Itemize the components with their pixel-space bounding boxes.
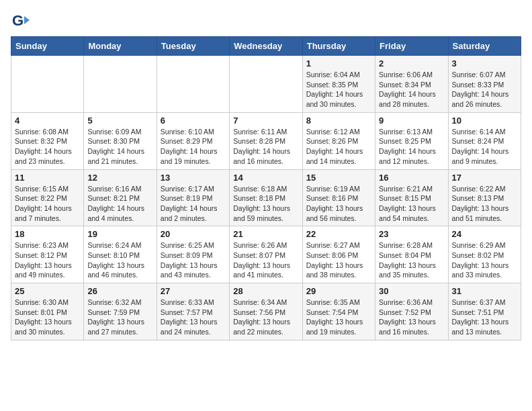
page-header: G: [11, 11, 521, 30]
day-info: Sunrise: 6:30 AM Sunset: 8:01 PM Dayligh…: [15, 298, 80, 337]
day-info: Sunrise: 6:32 AM Sunset: 7:59 PM Dayligh…: [87, 298, 152, 337]
day-info: Sunrise: 6:36 AM Sunset: 7:52 PM Dayligh…: [379, 298, 444, 337]
calendar-cell: 8Sunrise: 6:12 AM Sunset: 8:26 PM Daylig…: [302, 112, 375, 169]
day-number: 20: [161, 229, 226, 239]
weekday-header-wednesday: Wednesday: [230, 37, 302, 56]
day-number: 7: [233, 116, 298, 126]
calendar-cell: 30Sunrise: 6:36 AM Sunset: 7:52 PM Dayli…: [375, 283, 448, 340]
day-number: 11: [15, 173, 80, 183]
calendar-cell: 21Sunrise: 6:26 AM Sunset: 8:07 PM Dayli…: [230, 226, 302, 283]
day-info: Sunrise: 6:09 AM Sunset: 8:30 PM Dayligh…: [87, 127, 152, 167]
day-number: 3: [452, 58, 517, 68]
weekday-header-saturday: Saturday: [448, 37, 521, 56]
day-number: 23: [379, 229, 444, 239]
calendar-week-2: 4Sunrise: 6:08 AM Sunset: 8:32 PM Daylig…: [11, 112, 521, 169]
day-info: Sunrise: 6:12 AM Sunset: 8:26 PM Dayligh…: [306, 127, 371, 167]
calendar-week-4: 18Sunrise: 6:23 AM Sunset: 8:12 PM Dayli…: [11, 226, 521, 283]
calendar-cell: 11Sunrise: 6:15 AM Sunset: 8:22 PM Dayli…: [11, 169, 84, 226]
weekday-header-tuesday: Tuesday: [157, 37, 229, 56]
day-number: 12: [87, 173, 152, 183]
calendar-cell: 28Sunrise: 6:34 AM Sunset: 7:56 PM Dayli…: [230, 283, 302, 340]
day-info: Sunrise: 6:29 AM Sunset: 8:02 PM Dayligh…: [452, 240, 517, 280]
day-number: 26: [87, 286, 152, 296]
calendar-cell: 19Sunrise: 6:24 AM Sunset: 8:10 PM Dayli…: [84, 226, 157, 283]
weekday-header-row: SundayMondayTuesdayWednesdayThursdayFrid…: [11, 37, 521, 56]
calendar-week-5: 25Sunrise: 6:30 AM Sunset: 8:01 PM Dayli…: [11, 283, 521, 340]
svg-text:G: G: [12, 12, 24, 29]
weekday-header-friday: Friday: [375, 37, 448, 56]
calendar-cell: 3Sunrise: 6:07 AM Sunset: 8:33 PM Daylig…: [448, 56, 521, 113]
calendar-table: SundayMondayTuesdayWednesdayThursdayFrid…: [11, 36, 521, 340]
calendar-cell: 25Sunrise: 6:30 AM Sunset: 8:01 PM Dayli…: [11, 283, 84, 340]
day-info: Sunrise: 6:18 AM Sunset: 8:18 PM Dayligh…: [233, 184, 298, 224]
calendar-cell: 26Sunrise: 6:32 AM Sunset: 7:59 PM Dayli…: [84, 283, 157, 340]
day-info: Sunrise: 6:17 AM Sunset: 8:19 PM Dayligh…: [161, 184, 226, 224]
day-number: 1: [306, 58, 371, 68]
day-info: Sunrise: 6:33 AM Sunset: 7:57 PM Dayligh…: [161, 298, 226, 337]
calendar-cell: 27Sunrise: 6:33 AM Sunset: 7:57 PM Dayli…: [157, 283, 229, 340]
day-info: Sunrise: 6:23 AM Sunset: 8:12 PM Dayligh…: [15, 240, 80, 280]
day-number: 4: [15, 116, 80, 126]
day-info: Sunrise: 6:10 AM Sunset: 8:29 PM Dayligh…: [161, 127, 226, 167]
weekday-header-sunday: Sunday: [11, 37, 84, 56]
weekday-header-thursday: Thursday: [302, 37, 375, 56]
calendar-cell: 1Sunrise: 6:04 AM Sunset: 8:35 PM Daylig…: [302, 56, 375, 113]
day-info: Sunrise: 6:35 AM Sunset: 7:54 PM Dayligh…: [306, 298, 371, 337]
logo-icon: G: [11, 11, 30, 30]
day-number: 21: [233, 229, 298, 239]
day-number: 17: [452, 173, 517, 183]
day-number: 19: [87, 229, 152, 239]
day-info: Sunrise: 6:26 AM Sunset: 8:07 PM Dayligh…: [233, 240, 298, 280]
day-info: Sunrise: 6:16 AM Sunset: 8:21 PM Dayligh…: [87, 184, 152, 224]
day-info: Sunrise: 6:08 AM Sunset: 8:32 PM Dayligh…: [15, 127, 80, 167]
calendar-body: 1Sunrise: 6:04 AM Sunset: 8:35 PM Daylig…: [11, 56, 521, 340]
day-number: 30: [379, 286, 444, 296]
calendar-cell: 2Sunrise: 6:06 AM Sunset: 8:34 PM Daylig…: [375, 56, 448, 113]
day-info: Sunrise: 6:19 AM Sunset: 8:16 PM Dayligh…: [306, 184, 371, 224]
day-info: Sunrise: 6:14 AM Sunset: 8:24 PM Dayligh…: [452, 127, 517, 167]
day-number: 31: [452, 286, 517, 296]
calendar-cell: 5Sunrise: 6:09 AM Sunset: 8:30 PM Daylig…: [84, 112, 157, 169]
calendar-cell: 17Sunrise: 6:22 AM Sunset: 8:13 PM Dayli…: [448, 169, 521, 226]
day-info: Sunrise: 6:13 AM Sunset: 8:25 PM Dayligh…: [379, 127, 444, 167]
calendar-cell: 16Sunrise: 6:21 AM Sunset: 8:15 PM Dayli…: [375, 169, 448, 226]
day-number: 18: [15, 229, 80, 239]
day-info: Sunrise: 6:25 AM Sunset: 8:09 PM Dayligh…: [161, 240, 226, 280]
day-number: 16: [379, 173, 444, 183]
day-info: Sunrise: 6:07 AM Sunset: 8:33 PM Dayligh…: [452, 70, 517, 109]
day-number: 14: [233, 173, 298, 183]
calendar-cell: 23Sunrise: 6:28 AM Sunset: 8:04 PM Dayli…: [375, 226, 448, 283]
calendar-cell: 7Sunrise: 6:11 AM Sunset: 8:28 PM Daylig…: [230, 112, 302, 169]
day-info: Sunrise: 6:28 AM Sunset: 8:04 PM Dayligh…: [379, 240, 444, 280]
calendar-cell: [11, 56, 84, 113]
day-number: 28: [233, 286, 298, 296]
day-number: 29: [306, 286, 371, 296]
day-number: 13: [161, 173, 226, 183]
day-info: Sunrise: 6:06 AM Sunset: 8:34 PM Dayligh…: [379, 70, 444, 109]
calendar-cell: 15Sunrise: 6:19 AM Sunset: 8:16 PM Dayli…: [302, 169, 375, 226]
day-info: Sunrise: 6:37 AM Sunset: 7:51 PM Dayligh…: [452, 298, 517, 337]
day-number: 8: [306, 116, 371, 126]
day-number: 27: [161, 286, 226, 296]
calendar-cell: 12Sunrise: 6:16 AM Sunset: 8:21 PM Dayli…: [84, 169, 157, 226]
day-info: Sunrise: 6:24 AM Sunset: 8:10 PM Dayligh…: [87, 240, 152, 280]
calendar-cell: 18Sunrise: 6:23 AM Sunset: 8:12 PM Dayli…: [11, 226, 84, 283]
calendar-cell: [157, 56, 229, 113]
calendar-cell: 4Sunrise: 6:08 AM Sunset: 8:32 PM Daylig…: [11, 112, 84, 169]
calendar-cell: 20Sunrise: 6:25 AM Sunset: 8:09 PM Dayli…: [157, 226, 229, 283]
day-number: 24: [452, 229, 517, 239]
day-info: Sunrise: 6:27 AM Sunset: 8:06 PM Dayligh…: [306, 240, 371, 280]
calendar-cell: 22Sunrise: 6:27 AM Sunset: 8:06 PM Dayli…: [302, 226, 375, 283]
day-number: 15: [306, 173, 371, 183]
day-number: 6: [161, 116, 226, 126]
day-info: Sunrise: 6:22 AM Sunset: 8:13 PM Dayligh…: [452, 184, 517, 224]
calendar-cell: 10Sunrise: 6:14 AM Sunset: 8:24 PM Dayli…: [448, 112, 521, 169]
calendar-cell: 6Sunrise: 6:10 AM Sunset: 8:29 PM Daylig…: [157, 112, 229, 169]
calendar-cell: 31Sunrise: 6:37 AM Sunset: 7:51 PM Dayli…: [448, 283, 521, 340]
calendar-cell: 29Sunrise: 6:35 AM Sunset: 7:54 PM Dayli…: [302, 283, 375, 340]
weekday-header-monday: Monday: [84, 37, 157, 56]
day-number: 25: [15, 286, 80, 296]
calendar-cell: [84, 56, 157, 113]
day-number: 10: [452, 116, 517, 126]
calendar-header: SundayMondayTuesdayWednesdayThursdayFrid…: [11, 37, 521, 56]
